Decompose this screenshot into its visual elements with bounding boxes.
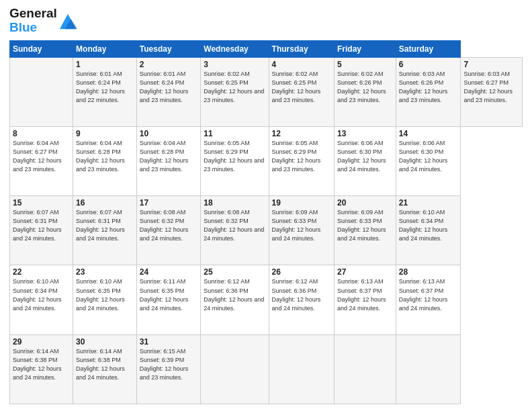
day-info: Sunrise: 6:04 AM Sunset: 6:28 PM Dayligh… bbox=[140, 140, 189, 173]
calendar-cell: 31 Sunrise: 6:15 AM Sunset: 6:39 PM Dayl… bbox=[136, 334, 200, 404]
logo: General Blue bbox=[9, 7, 77, 35]
day-info: Sunrise: 6:03 AM Sunset: 6:27 PM Dayligh… bbox=[463, 71, 513, 103]
week-row-1: 1 Sunrise: 6:01 AM Sunset: 6:24 PM Dayli… bbox=[10, 57, 523, 126]
day-number: 28 bbox=[399, 267, 458, 277]
day-number: 5 bbox=[337, 60, 393, 69]
day-info: Sunrise: 6:08 AM Sunset: 6:32 PM Dayligh… bbox=[204, 209, 264, 242]
day-number: 30 bbox=[76, 337, 134, 347]
calendar-cell: 6 Sunrise: 6:03 AM Sunset: 6:26 PM Dayli… bbox=[396, 57, 461, 126]
calendar-cell: 2 Sunrise: 6:01 AM Sunset: 6:24 PM Dayli… bbox=[136, 57, 200, 126]
dow-header-tuesday: Tuesday bbox=[136, 40, 200, 57]
day-info: Sunrise: 6:01 AM Sunset: 6:24 PM Dayligh… bbox=[76, 71, 125, 103]
dow-header-monday: Monday bbox=[73, 40, 137, 57]
day-info: Sunrise: 6:05 AM Sunset: 6:29 PM Dayligh… bbox=[272, 140, 321, 173]
dow-header-saturday: Saturday bbox=[396, 40, 461, 57]
day-number: 31 bbox=[140, 337, 197, 347]
day-info: Sunrise: 6:02 AM Sunset: 6:25 PM Dayligh… bbox=[272, 71, 321, 103]
calendar-body: 1 Sunrise: 6:01 AM Sunset: 6:24 PM Dayli… bbox=[10, 57, 523, 404]
week-row-3: 15 Sunrise: 6:07 AM Sunset: 6:31 PM Dayl… bbox=[10, 196, 523, 265]
logo-general: General bbox=[9, 6, 57, 20]
calendar-cell: 26 Sunrise: 6:12 AM Sunset: 6:36 PM Dayl… bbox=[269, 265, 334, 334]
day-number: 27 bbox=[337, 267, 393, 277]
day-info: Sunrise: 6:09 AM Sunset: 6:33 PM Dayligh… bbox=[337, 209, 386, 242]
calendar-cell: 9 Sunrise: 6:04 AM Sunset: 6:28 PM Dayli… bbox=[73, 127, 137, 196]
day-number: 14 bbox=[399, 129, 458, 138]
day-number: 26 bbox=[272, 267, 331, 277]
calendar-cell: 7 Sunrise: 6:03 AM Sunset: 6:27 PM Dayli… bbox=[461, 57, 523, 126]
day-number: 3 bbox=[204, 60, 265, 69]
day-info: Sunrise: 6:06 AM Sunset: 6:30 PM Dayligh… bbox=[337, 140, 386, 173]
day-number: 7 bbox=[463, 60, 519, 69]
dow-header-wednesday: Wednesday bbox=[201, 40, 269, 57]
calendar-cell: 29 Sunrise: 6:14 AM Sunset: 6:38 PM Dayl… bbox=[10, 334, 73, 404]
page: General Blue SundayMondayTuesdayWednesda… bbox=[0, 0, 532, 411]
day-number: 25 bbox=[204, 267, 265, 277]
day-info: Sunrise: 6:14 AM Sunset: 6:38 PM Dayligh… bbox=[76, 348, 125, 381]
calendar-cell: 1 Sunrise: 6:01 AM Sunset: 6:24 PM Dayli… bbox=[73, 57, 137, 126]
day-info: Sunrise: 6:15 AM Sunset: 6:39 PM Dayligh… bbox=[140, 348, 189, 381]
calendar-cell bbox=[396, 334, 461, 404]
day-info: Sunrise: 6:03 AM Sunset: 6:26 PM Dayligh… bbox=[399, 71, 448, 103]
day-number: 10 bbox=[140, 129, 197, 138]
day-info: Sunrise: 6:08 AM Sunset: 6:32 PM Dayligh… bbox=[140, 209, 189, 242]
day-number: 12 bbox=[272, 129, 331, 138]
day-info: Sunrise: 6:05 AM Sunset: 6:29 PM Dayligh… bbox=[204, 140, 264, 173]
day-number: 4 bbox=[272, 60, 331, 69]
day-number: 21 bbox=[399, 198, 458, 208]
day-number: 15 bbox=[13, 198, 70, 208]
day-info: Sunrise: 6:13 AM Sunset: 6:37 PM Dayligh… bbox=[337, 278, 386, 311]
day-info: Sunrise: 6:10 AM Sunset: 6:34 PM Dayligh… bbox=[13, 278, 62, 311]
day-info: Sunrise: 6:12 AM Sunset: 6:36 PM Dayligh… bbox=[204, 278, 264, 311]
calendar-cell: 22 Sunrise: 6:10 AM Sunset: 6:34 PM Dayl… bbox=[10, 265, 73, 334]
day-info: Sunrise: 6:09 AM Sunset: 6:33 PM Dayligh… bbox=[272, 209, 321, 242]
day-info: Sunrise: 6:04 AM Sunset: 6:27 PM Dayligh… bbox=[13, 140, 62, 173]
calendar-cell bbox=[269, 334, 334, 404]
day-number: 2 bbox=[140, 60, 197, 69]
logo-icon bbox=[58, 11, 77, 30]
calendar-cell: 27 Sunrise: 6:13 AM Sunset: 6:37 PM Dayl… bbox=[335, 265, 396, 334]
day-number: 8 bbox=[13, 129, 70, 138]
calendar-cell: 5 Sunrise: 6:02 AM Sunset: 6:26 PM Dayli… bbox=[335, 57, 396, 126]
calendar-cell: 19 Sunrise: 6:09 AM Sunset: 6:33 PM Dayl… bbox=[269, 196, 334, 265]
calendar-cell: 4 Sunrise: 6:02 AM Sunset: 6:25 PM Dayli… bbox=[269, 57, 334, 126]
dow-header-thursday: Thursday bbox=[269, 40, 334, 57]
day-info: Sunrise: 6:04 AM Sunset: 6:28 PM Dayligh… bbox=[76, 140, 125, 173]
calendar-cell: 16 Sunrise: 6:07 AM Sunset: 6:31 PM Dayl… bbox=[73, 196, 137, 265]
day-number: 17 bbox=[140, 198, 197, 208]
day-number: 24 bbox=[140, 267, 197, 277]
calendar-cell bbox=[201, 334, 269, 404]
day-info: Sunrise: 6:11 AM Sunset: 6:35 PM Dayligh… bbox=[140, 278, 189, 311]
calendar-cell: 10 Sunrise: 6:04 AM Sunset: 6:28 PM Dayl… bbox=[136, 127, 200, 196]
day-info: Sunrise: 6:02 AM Sunset: 6:26 PM Dayligh… bbox=[337, 71, 386, 103]
week-row-5: 29 Sunrise: 6:14 AM Sunset: 6:38 PM Dayl… bbox=[10, 334, 523, 404]
dow-header-sunday: Sunday bbox=[10, 40, 73, 57]
day-number: 18 bbox=[204, 198, 265, 208]
day-number: 19 bbox=[272, 198, 331, 208]
day-info: Sunrise: 6:01 AM Sunset: 6:24 PM Dayligh… bbox=[140, 71, 189, 103]
day-info: Sunrise: 6:07 AM Sunset: 6:31 PM Dayligh… bbox=[76, 209, 125, 242]
day-number: 22 bbox=[13, 267, 70, 277]
day-number: 13 bbox=[337, 129, 393, 138]
week-row-2: 8 Sunrise: 6:04 AM Sunset: 6:27 PM Dayli… bbox=[10, 127, 523, 196]
calendar-cell: 8 Sunrise: 6:04 AM Sunset: 6:27 PM Dayli… bbox=[10, 127, 73, 196]
day-number: 11 bbox=[204, 129, 265, 138]
calendar-cell: 3 Sunrise: 6:02 AM Sunset: 6:25 PM Dayli… bbox=[201, 57, 269, 126]
day-info: Sunrise: 6:02 AM Sunset: 6:25 PM Dayligh… bbox=[204, 71, 264, 103]
day-number: 29 bbox=[13, 337, 70, 347]
calendar-cell bbox=[10, 57, 73, 126]
dow-header-friday: Friday bbox=[335, 40, 396, 57]
day-info: Sunrise: 6:10 AM Sunset: 6:34 PM Dayligh… bbox=[399, 209, 448, 242]
calendar-cell: 28 Sunrise: 6:13 AM Sunset: 6:37 PM Dayl… bbox=[396, 265, 461, 334]
calendar-cell bbox=[335, 334, 396, 404]
calendar-cell: 20 Sunrise: 6:09 AM Sunset: 6:33 PM Dayl… bbox=[335, 196, 396, 265]
calendar-cell: 12 Sunrise: 6:05 AM Sunset: 6:29 PM Dayl… bbox=[269, 127, 334, 196]
calendar-cell: 24 Sunrise: 6:11 AM Sunset: 6:35 PM Dayl… bbox=[136, 265, 200, 334]
calendar-cell: 14 Sunrise: 6:06 AM Sunset: 6:30 PM Dayl… bbox=[396, 127, 461, 196]
calendar-cell: 13 Sunrise: 6:06 AM Sunset: 6:30 PM Dayl… bbox=[335, 127, 396, 196]
day-info: Sunrise: 6:06 AM Sunset: 6:30 PM Dayligh… bbox=[399, 140, 448, 173]
logo-blue: Blue bbox=[9, 21, 57, 35]
calendar-cell: 30 Sunrise: 6:14 AM Sunset: 6:38 PM Dayl… bbox=[73, 334, 137, 404]
calendar-cell: 25 Sunrise: 6:12 AM Sunset: 6:36 PM Dayl… bbox=[201, 265, 269, 334]
day-number: 20 bbox=[337, 198, 393, 208]
week-row-4: 22 Sunrise: 6:10 AM Sunset: 6:34 PM Dayl… bbox=[10, 265, 523, 334]
